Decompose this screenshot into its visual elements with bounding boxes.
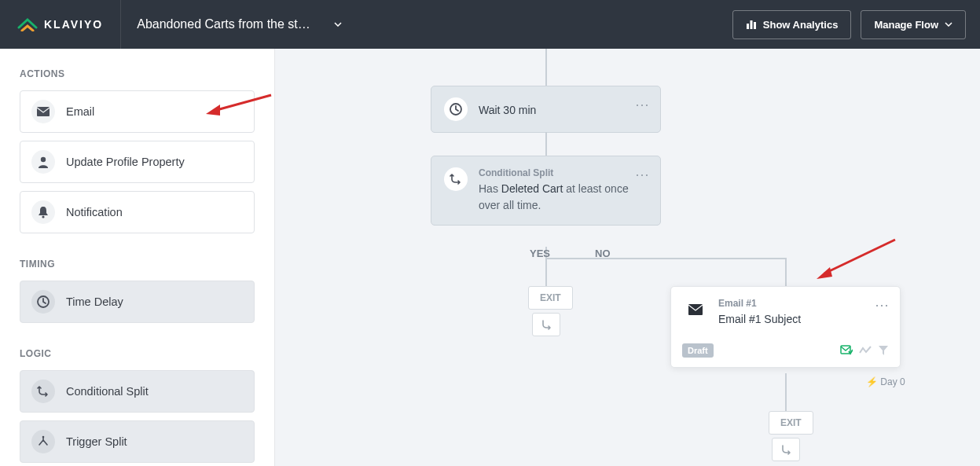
section-title-logic: LOGIC <box>20 348 255 359</box>
annotation-arrow <box>813 236 899 283</box>
email-subject: Email #1 Subject <box>718 311 801 328</box>
status-badge: Draft <box>682 343 714 358</box>
node-actions-button[interactable]: ⋯ <box>635 96 649 113</box>
klaviyo-logo-icon <box>17 17 38 31</box>
palette-item-notification[interactable]: Notification <box>20 191 255 233</box>
conditional-split-node[interactable]: Conditional Split Has Deleted Cart at le… <box>431 156 661 226</box>
connector <box>545 132 547 156</box>
svg-line-11 <box>824 240 895 273</box>
clock-icon <box>37 295 50 308</box>
exit-chip[interactable]: EXIT <box>769 411 813 435</box>
palette-item-update-profile[interactable]: Update Profile Property <box>20 141 255 183</box>
section-title-actions: ACTIONS <box>20 68 255 79</box>
palette-item-time-delay[interactable]: Time Delay <box>20 281 255 323</box>
trigger-split-icon <box>37 435 50 448</box>
palette-label: Email <box>66 105 94 118</box>
svg-point-4 <box>41 157 46 162</box>
palette-label: Update Profile Property <box>66 156 185 168</box>
manage-flow-button[interactable]: Manage Flow <box>861 10 966 39</box>
palette-label: Time Delay <box>66 295 123 308</box>
section-title-timing: TIMING <box>20 259 255 270</box>
person-icon <box>38 156 49 168</box>
svg-rect-9 <box>688 304 703 315</box>
svg-point-5 <box>42 215 44 218</box>
palette-item-conditional-split[interactable]: Conditional Split <box>20 370 255 413</box>
flow-canvas[interactable]: Wait 30 min ⋯ Conditional Split Has Dele… <box>275 49 980 466</box>
wait-node[interactable]: Wait 30 min ⋯ <box>431 86 661 133</box>
svg-marker-12 <box>817 267 832 279</box>
path-label-yes: YES <box>530 248 550 259</box>
palette-label: Conditional Split <box>66 385 149 398</box>
palette-item-trigger-split[interactable]: Trigger Split <box>20 420 255 463</box>
analytics-icon <box>859 345 872 356</box>
day-label: ⚡ Day 0 <box>866 376 905 387</box>
svg-point-7 <box>42 436 45 438</box>
connector <box>785 258 787 286</box>
branch-icon <box>37 385 50 398</box>
path-label-no: NO <box>595 248 611 259</box>
insert-icon <box>780 444 791 455</box>
palette-item-email[interactable]: Email <box>20 90 255 133</box>
add-step-button[interactable] <box>532 313 560 336</box>
email-node[interactable]: Email #1 Email #1 Subject ⋯ Draft <box>670 286 901 368</box>
component-palette: ACTIONS Email Update Profile Property No… <box>0 49 275 466</box>
chevron-down-icon <box>945 22 952 27</box>
filter-icon <box>878 345 889 356</box>
flow-title: Abandoned Carts from the st… <box>137 17 310 31</box>
palette-label: Notification <box>66 206 123 218</box>
brand-logo[interactable]: KLAVIYO <box>0 0 121 49</box>
smart-send-icon <box>840 345 853 356</box>
node-actions-button[interactable]: ⋯ <box>635 166 649 183</box>
node-actions-button[interactable]: ⋯ <box>875 296 889 314</box>
email-icon <box>37 107 50 116</box>
connector <box>545 258 786 259</box>
branch-icon <box>450 173 462 185</box>
add-step-button[interactable] <box>772 438 800 461</box>
brand-text: KLAVIYO <box>44 18 103 31</box>
svg-rect-2 <box>754 22 756 29</box>
palette-label: Trigger Split <box>66 435 127 448</box>
connector <box>545 258 547 286</box>
clock-icon <box>450 103 462 116</box>
svg-rect-1 <box>750 20 752 29</box>
connector <box>545 49 547 86</box>
connector <box>785 373 787 411</box>
insert-icon <box>541 319 552 330</box>
email-icon <box>688 304 703 315</box>
svg-rect-3 <box>37 107 50 116</box>
flow-title-dropdown[interactable]: Abandoned Carts from the st… <box>121 17 358 31</box>
split-condition-text: Has Deleted Cart at least once over all … <box>479 181 648 214</box>
exit-chip[interactable]: EXIT <box>528 286 573 310</box>
bell-icon <box>38 206 49 218</box>
show-analytics-button[interactable]: Show Analytics <box>732 10 852 39</box>
chevron-down-icon <box>334 22 342 27</box>
bar-chart-icon <box>746 20 757 29</box>
svg-rect-0 <box>747 24 749 29</box>
